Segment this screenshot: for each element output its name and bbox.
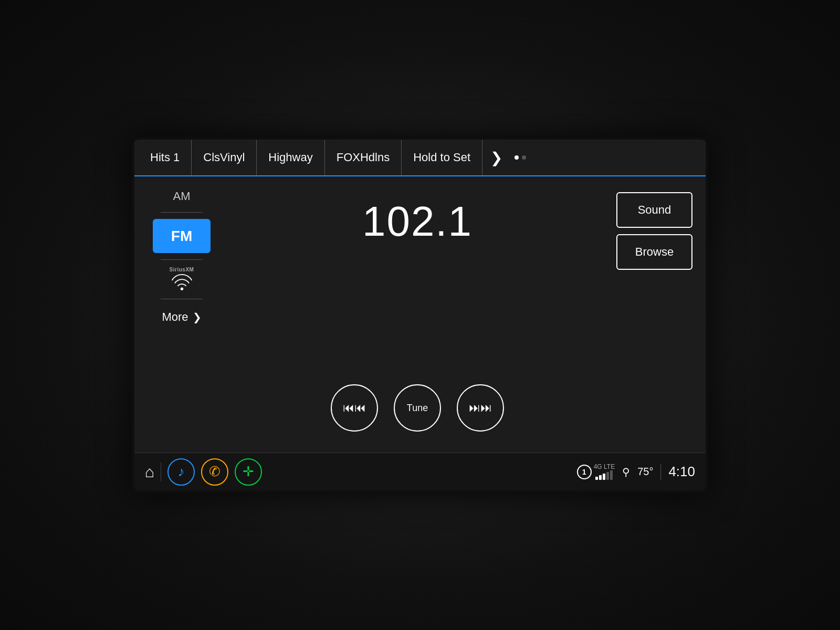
- phone-button[interactable]: ✆: [201, 458, 228, 486]
- location-icon: ⚲: [622, 466, 630, 478]
- signal-bars: [595, 470, 613, 480]
- rewind-icon: ⏮⏮: [343, 401, 366, 415]
- frequency-display: 102.1: [362, 197, 472, 246]
- preset-tab-hits1[interactable]: Hits 1: [145, 140, 192, 175]
- temperature-display: 75°: [637, 466, 653, 478]
- screen-bezel: Hits 1 ClsVinyl Highway FOXHdlns Hold to…: [131, 136, 709, 494]
- tune-button[interactable]: Tune: [394, 384, 441, 432]
- preset-next-chevron[interactable]: ❯: [482, 140, 510, 175]
- am-fm-divider: [161, 212, 203, 213]
- signal-number: 1: [582, 468, 586, 476]
- sound-button[interactable]: Sound: [616, 192, 692, 228]
- signal-circle: 1: [577, 465, 592, 479]
- signal-container: 1 4G LTE: [577, 464, 615, 480]
- nav-icons: ⌂ ♪ ✆ ✛: [145, 458, 262, 486]
- rewind-button[interactable]: ⏮⏮: [331, 384, 378, 432]
- source-selector: AM FM SiriusXM: [145, 187, 218, 447]
- more-button[interactable]: More ❯: [156, 308, 206, 327]
- more-chevron-icon: ❯: [193, 311, 202, 323]
- screen: Hits 1 ClsVinyl Highway FOXHdlns Hold to…: [134, 140, 706, 490]
- siriusxm-label: SiriusXM: [170, 267, 194, 272]
- main-content: AM FM SiriusXM: [134, 176, 706, 453]
- status-indicators: 1 4G LTE ⚲: [577, 464, 695, 480]
- am-button[interactable]: AM: [168, 187, 196, 206]
- nav-crosshair-icon: ✛: [243, 464, 254, 480]
- bar-5: [610, 470, 613, 480]
- home-button[interactable]: ⌂: [145, 463, 154, 481]
- fastforward-button[interactable]: ⏭⏭: [457, 384, 504, 432]
- dot-1: [514, 155, 519, 160]
- dot-2: [522, 155, 526, 160]
- music-button[interactable]: ♪: [167, 458, 195, 486]
- time-display: 4:10: [668, 464, 695, 480]
- lte-group: 4G LTE: [594, 464, 615, 480]
- preset-tab-holdtoset[interactable]: Hold to Set: [402, 140, 482, 175]
- preset-tab-highway[interactable]: Highway: [257, 140, 324, 175]
- preset-tab-foxhdlns[interactable]: FOXHdlns: [325, 140, 402, 175]
- tune-label: Tune: [407, 403, 428, 414]
- nav-divider: [161, 463, 161, 481]
- fm-button[interactable]: FM: [153, 219, 211, 253]
- music-icon: ♪: [178, 464, 185, 480]
- center-content: 102.1 ⏮⏮ Tune ⏭⏭: [218, 187, 616, 447]
- bar-4: [606, 472, 609, 480]
- bar-2: [599, 475, 602, 480]
- siriusxm-button[interactable]: SiriusXM: [161, 266, 203, 292]
- bar-1: [595, 477, 598, 480]
- preset-tabs-bar: Hits 1 ClsVinyl Highway FOXHdlns Hold to…: [134, 140, 706, 176]
- lte-label: 4G LTE: [594, 464, 615, 470]
- navigation-button[interactable]: ✛: [235, 458, 262, 486]
- phone-icon: ✆: [209, 464, 220, 480]
- siriusxm-waves-icon: [170, 274, 194, 292]
- sirius-more-divider: [161, 299, 203, 299]
- transport-controls: ⏮⏮ Tune ⏭⏭: [331, 384, 504, 432]
- preset-tab-clsvinyl[interactable]: ClsVinyl: [192, 140, 257, 175]
- browse-button[interactable]: Browse: [616, 234, 692, 270]
- fastforward-icon: ⏭⏭: [469, 401, 492, 415]
- action-buttons: Sound Browse: [616, 187, 695, 447]
- page-dots: [514, 155, 526, 160]
- more-label: More: [162, 310, 188, 324]
- car-surround: Hits 1 ClsVinyl Highway FOXHdlns Hold to…: [0, 0, 840, 630]
- fm-sirius-divider: [161, 259, 203, 260]
- svg-point-0: [180, 288, 183, 290]
- bar-3: [603, 474, 605, 480]
- home-icon: ⌂: [145, 463, 154, 481]
- time-divider: [660, 464, 661, 480]
- status-bar: ⌂ ♪ ✆ ✛ 1: [134, 453, 706, 490]
